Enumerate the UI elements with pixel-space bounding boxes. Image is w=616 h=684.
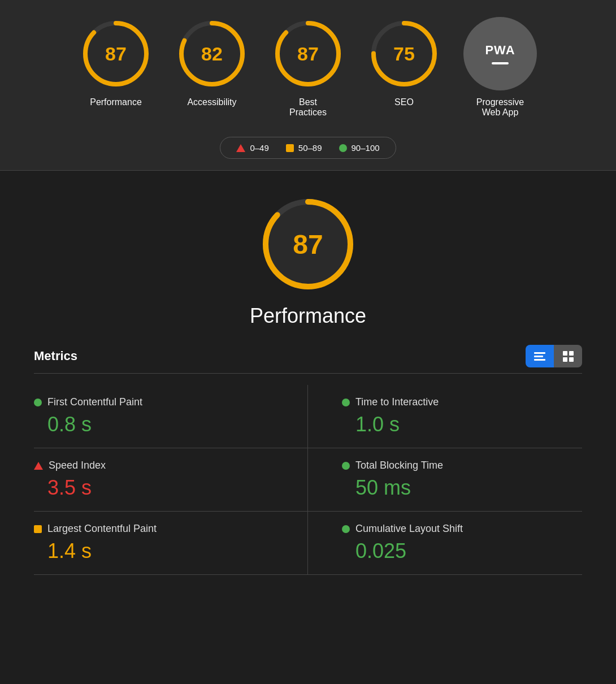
- main-gauge: 87: [257, 193, 359, 295]
- metric-header-fcp: First Contentful Paint: [34, 396, 274, 408]
- status-dot-tbt: [342, 462, 350, 470]
- metric-name-lcp: Largest Contentful Paint: [47, 523, 157, 535]
- score-item-seo[interactable]: 75 SEO: [367, 17, 441, 118]
- metric-value-tti: 1.0 s: [342, 413, 582, 436]
- gauge-best-practices: 87: [271, 17, 345, 90]
- legend-pass-label: 90–100: [352, 143, 380, 153]
- dot-icon: [339, 144, 347, 152]
- metric-name-si: Speed Index: [49, 460, 106, 471]
- score-label-pwa: ProgressiveWeb App: [476, 97, 524, 118]
- score-legend: 0–49 50–89 90–100: [220, 137, 396, 159]
- pwa-dash-icon: [492, 62, 509, 64]
- metric-value-tbt: 50 ms: [342, 476, 582, 500]
- legend-average: 50–89: [286, 143, 322, 153]
- metric-total-blocking-time: Total Blocking Time 50 ms: [308, 448, 582, 512]
- metrics-grid: First Contentful Paint 0.8 s Time to Int…: [34, 385, 582, 575]
- legend-average-label: 50–89: [298, 143, 322, 153]
- score-value-best-practices: 87: [297, 43, 319, 65]
- metric-largest-contentful-paint: Largest Contentful Paint 1.4 s: [34, 512, 308, 575]
- square-icon: [286, 144, 294, 152]
- main-title: Performance: [250, 304, 366, 328]
- metric-header-si: Speed Index: [34, 460, 274, 471]
- main-score-value: 87: [293, 229, 323, 260]
- metric-time-to-interactive: Time to Interactive 1.0 s: [308, 385, 582, 448]
- status-square-lcp: [34, 525, 42, 533]
- score-label-performance: Performance: [90, 97, 142, 107]
- pwa-badge: PWA: [463, 17, 537, 90]
- grid-view-button[interactable]: [554, 345, 582, 367]
- metrics-header: Metrics: [34, 345, 582, 367]
- metric-first-contentful-paint: First Contentful Paint 0.8 s: [34, 385, 308, 448]
- metric-name-cls: Cumulative Layout Shift: [355, 523, 463, 535]
- metric-header-tbt: Total Blocking Time: [342, 460, 582, 471]
- gauge-performance: 87: [79, 17, 153, 90]
- score-item-accessibility[interactable]: 82 Accessibility: [175, 17, 249, 118]
- score-value-seo: 75: [393, 43, 415, 65]
- metrics-label: Metrics: [34, 349, 77, 363]
- metrics-divider: [34, 373, 582, 374]
- metric-header-lcp: Largest Contentful Paint: [34, 523, 274, 535]
- triangle-icon: [236, 144, 245, 152]
- pwa-text: PWA: [485, 43, 515, 58]
- gauge-seo: 75: [367, 17, 441, 90]
- score-item-performance[interactable]: 87 Performance: [79, 17, 153, 118]
- score-item-best-practices[interactable]: 87 BestPractices: [271, 17, 345, 118]
- metric-name-fcp: First Contentful Paint: [47, 396, 142, 408]
- score-value-performance: 87: [105, 43, 127, 65]
- score-value-accessibility: 82: [201, 43, 223, 65]
- metric-cumulative-layout-shift: Cumulative Layout Shift 0.025: [308, 512, 582, 575]
- legend-fail-label: 0–49: [250, 143, 268, 153]
- metric-header-cls: Cumulative Layout Shift: [342, 523, 582, 535]
- list-view-icon: [534, 352, 545, 361]
- score-item-pwa[interactable]: PWA ProgressiveWeb App: [463, 17, 537, 118]
- legend-fail: 0–49: [236, 143, 268, 153]
- main-section: 87 Performance Metrics: [0, 171, 616, 598]
- scores-row: 87 Performance 82 Accessibility: [79, 17, 537, 118]
- metric-header-tti: Time to Interactive: [342, 396, 582, 408]
- score-label-seo: SEO: [394, 97, 414, 107]
- legend-pass: 90–100: [339, 143, 380, 153]
- metric-speed-index: Speed Index 3.5 s: [34, 448, 308, 512]
- metric-value-si: 3.5 s: [34, 476, 274, 500]
- list-view-button[interactable]: [526, 345, 554, 367]
- metric-value-lcp: 1.4 s: [34, 539, 274, 563]
- status-dot-fcp: [34, 399, 42, 406]
- gauge-accessibility: 82: [175, 17, 249, 90]
- score-label-accessibility: Accessibility: [187, 97, 236, 107]
- status-dot-tti: [342, 399, 350, 406]
- view-toggle[interactable]: [526, 345, 582, 367]
- status-triangle-si: [34, 462, 43, 470]
- metric-value-cls: 0.025: [342, 539, 582, 563]
- metric-name-tti: Time to Interactive: [355, 396, 439, 408]
- grid-view-icon: [563, 351, 574, 362]
- score-label-best-practices: BestPractices: [289, 97, 327, 118]
- metric-name-tbt: Total Blocking Time: [355, 460, 443, 471]
- main-gauge-wrapper: 87 Performance: [34, 193, 582, 328]
- status-dot-cls: [342, 525, 350, 533]
- metric-value-fcp: 0.8 s: [34, 413, 274, 436]
- top-section: 87 Performance 82 Accessibility: [0, 0, 616, 170]
